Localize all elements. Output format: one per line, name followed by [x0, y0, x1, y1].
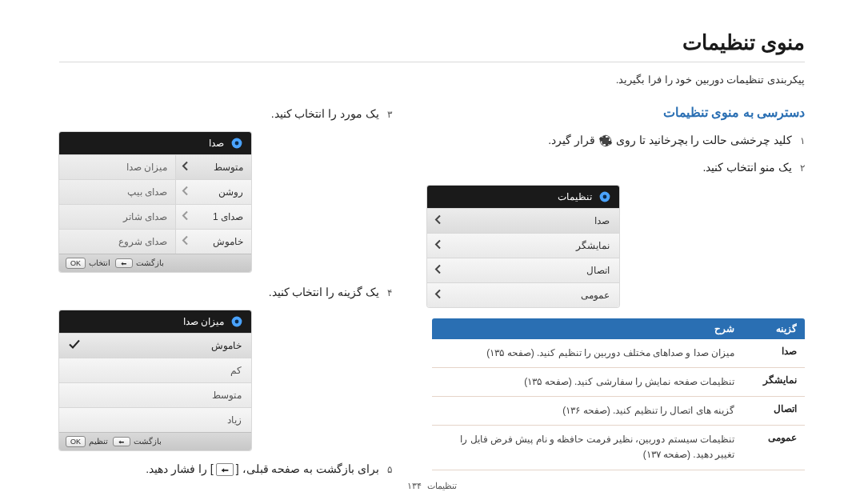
column-right: دسترسی به منوی تنظیمات ۱ کلید چرخشی حالت… [427, 105, 805, 470]
ok-key-icon: OK [66, 258, 86, 269]
divider [59, 62, 805, 62]
gear-icon [598, 134, 613, 148]
page-subtitle: پیکربندی تنظیمات دوربین خود را فرا بگیری… [59, 74, 805, 86]
list-label: عمومی [581, 290, 610, 301]
th-desc: شرح [432, 318, 742, 339]
list-label: اتصال [586, 265, 610, 276]
step-5: ۵ برای بازگشت به صفحه قبلی، [] را فشار د… [59, 460, 392, 479]
svg-point-1 [602, 138, 609, 145]
value-label: روشن [218, 186, 243, 198]
step-num: ۱ [800, 135, 805, 146]
volume-menu-panel: میزان صدا خاموش کم متوسط زیاد OKتنظیم با… [59, 310, 251, 450]
back-label: بازگشت [134, 437, 162, 446]
settings-menu-panel: تنظیمات صدا نمایشگر اتصال عمومی [427, 186, 619, 307]
list-item[interactable]: خاموش صدای شروع [59, 229, 251, 254]
list-item[interactable]: خاموش [59, 333, 251, 358]
options-table: گزینه شرح صدا میزان صدا و صداهای مختلف د… [432, 318, 805, 470]
menu-title: صدا [209, 138, 224, 149]
table-row: نمایشگر تنظیمات صفحه نمایش را سفارشی کنی… [432, 368, 805, 397]
ok-hint: OKانتخاب [66, 258, 110, 269]
list-item[interactable]: عمومی [427, 282, 619, 307]
jog-icon [230, 137, 243, 150]
step-text: برای بازگشت به صفحه قبلی، [ [236, 462, 379, 475]
chevron-left-icon [181, 161, 190, 173]
step-text: ] را فشار دهید. [146, 462, 213, 475]
chevron-left-icon [181, 186, 190, 198]
chevron-left-icon [181, 210, 190, 222]
step-num: ۵ [387, 464, 392, 475]
list-item[interactable]: روشن صدای بیپ [59, 179, 251, 204]
menu-header: صدا [59, 132, 251, 154]
ok-label: تنظیم [89, 437, 108, 446]
check-icon [69, 339, 80, 351]
item-label: خاموش [211, 340, 242, 351]
td-val: تنظیمات صفحه نمایش را سفارشی کنید. (صفحه… [432, 368, 742, 396]
ok-label: انتخاب [89, 258, 110, 267]
item-label: صدای بیپ [59, 180, 175, 204]
chevron-left-icon [434, 289, 443, 301]
list-label: صدا [594, 215, 610, 226]
list-item[interactable]: اتصال [427, 258, 619, 282]
step-1: ۱ کلید چرخشی حالت را بچرخانید تا روی قرا… [427, 131, 805, 150]
svg-point-7 [235, 319, 239, 323]
item-label: صدای شروع [59, 230, 175, 254]
value-label: صدای 1 [213, 211, 243, 222]
step-text: قرار گیرد. [548, 134, 595, 146]
back-hint: بازگشت [113, 436, 162, 447]
td-key: اتصال [742, 397, 805, 425]
page-title: منوی تنظیمات [59, 30, 805, 55]
step-4: ۴ یک گزینه را انتخاب کنید. [59, 283, 392, 302]
item-label: متوسط [212, 390, 242, 401]
svg-point-3 [603, 194, 607, 198]
button-bar: OKتنظیم بازگشت [59, 432, 251, 450]
step-2: ۲ یک منو انتخاب کنید. [427, 158, 805, 178]
jog-icon [598, 190, 611, 203]
step-text: یک منو انتخاب کنید. [703, 161, 793, 174]
td-val: میزان صدا و صداهای مختلف دوربین را تنظیم… [432, 339, 742, 367]
step-text: یک گزینه را انتخاب کنید. [269, 286, 379, 298]
list-item[interactable]: نمایشگر [427, 233, 619, 258]
item-label: میزان صدا [59, 155, 175, 179]
table-row: عمومی تنظیمات سیستم دوربین، نظیر فرمت حا… [432, 426, 805, 470]
chevron-left-icon [181, 235, 190, 247]
list-label: نمایشگر [576, 240, 610, 251]
back-label: بازگشت [136, 258, 164, 267]
item-label: صدای شاتر [59, 205, 175, 229]
column-left: ۳ یک مورد را انتخاب کنید. صدا متوسط میزا… [59, 105, 392, 486]
step-text: یک مورد را انتخاب کنید. [271, 107, 379, 120]
section-heading: دسترسی به منوی تنظیمات [427, 105, 805, 120]
return-key-icon [115, 258, 133, 268]
list-item[interactable]: متوسط میزان صدا [59, 154, 251, 179]
chevron-left-icon [434, 214, 443, 226]
menu-header: میزان صدا [59, 310, 251, 333]
list-item[interactable]: صدا [427, 208, 619, 233]
footer-page: ۱۳۴ [407, 481, 422, 490]
td-key: صدا [742, 339, 805, 367]
value-label: متوسط [214, 162, 243, 173]
svg-point-5 [235, 141, 239, 145]
table-header: گزینه شرح [432, 318, 805, 339]
jog-icon [230, 315, 243, 328]
step-num: ۴ [387, 287, 392, 298]
td-key: نمایشگر [742, 368, 805, 396]
return-key-icon [113, 437, 130, 446]
list-item[interactable]: صدای 1 صدای شاتر [59, 204, 251, 229]
list-item[interactable]: کم [59, 358, 251, 382]
ok-key-icon: OK [66, 436, 86, 447]
chevron-left-icon [434, 264, 443, 276]
button-bar: OKانتخاب بازگشت [59, 254, 251, 272]
td-val: تنظیمات سیستم دوربین، نظیر فرمت حافظه و … [432, 426, 742, 469]
step-num: ۲ [800, 162, 805, 174]
item-label: زیاد [227, 414, 242, 426]
ok-hint: OKتنظیم [66, 436, 108, 447]
value-label: خاموش [213, 236, 243, 247]
menu-title: میزان صدا [183, 316, 224, 327]
list-item[interactable]: متوسط [59, 382, 251, 407]
footer-section: تنظیمات [427, 481, 457, 490]
list-item[interactable]: زیاد [59, 407, 251, 432]
step-text: کلید چرخشی حالت را بچرخانید تا روی [613, 134, 792, 146]
item-label: کم [230, 365, 242, 376]
table-row: صدا میزان صدا و صداهای مختلف دوربین را ت… [432, 339, 805, 368]
sound-menu-panel: صدا متوسط میزان صدا روشن صدای بیپ صدای 1… [59, 132, 251, 272]
return-icon [216, 463, 234, 476]
